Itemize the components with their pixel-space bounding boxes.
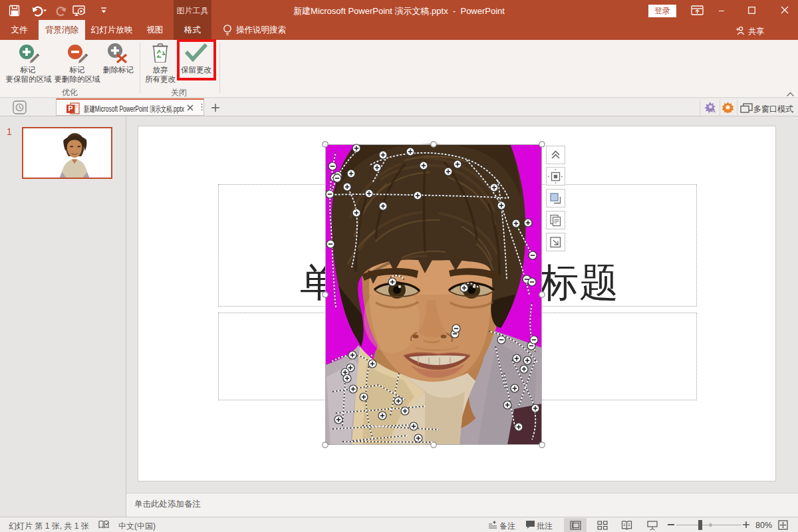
svg-text:P: P — [68, 104, 73, 112]
